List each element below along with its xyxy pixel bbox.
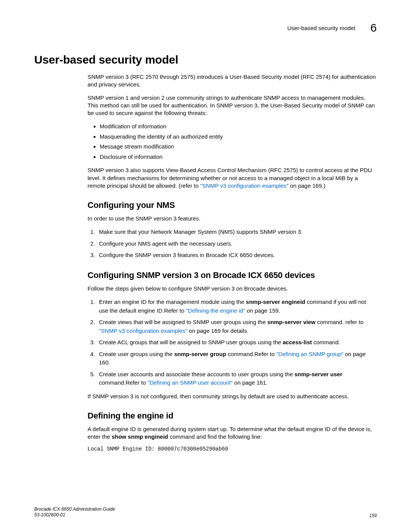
snmp3-steps: Enter an engine ID for the management mo… xyxy=(88,298,377,387)
link-defining-engine-id[interactable]: "Defining the engine id" xyxy=(186,307,245,314)
list-item: Create ACL groups that will be assigned … xyxy=(97,338,377,347)
command-text: snmp-server group xyxy=(174,351,226,357)
engine-p1: A default engine ID is generated during … xyxy=(88,425,377,441)
list-item: Configure the SNMP version 3 features in… xyxy=(97,251,377,260)
footer-doc-title: Brocade ICX 6650 Administration Guide xyxy=(34,506,115,513)
list-item: Masquerading the identity of an authoriz… xyxy=(100,133,377,141)
command-text: show snmp engineid xyxy=(112,433,168,440)
text: Create views that will be assigned to SN… xyxy=(99,319,267,325)
body-content: SNMP version 3 (RFC 2570 through 2575) i… xyxy=(88,73,377,452)
command-text: snmp-server view xyxy=(267,319,315,325)
code-block: Local SNMP Engine ID: 800007c70300e05290… xyxy=(88,446,377,452)
running-header: User-based security model 6 xyxy=(34,21,377,34)
heading-configuring-snmp3: Configuring SNMP version 3 on Brocade IC… xyxy=(88,270,377,280)
command-text: snmp-server user xyxy=(295,371,342,377)
text: Create user accounts and associate these… xyxy=(99,371,295,377)
command-text: access-list xyxy=(283,339,312,345)
list-item: Disclosure of information xyxy=(100,153,377,161)
heading-configuring-nms: Configuring your NMS xyxy=(88,200,377,210)
chapter-number: 6 xyxy=(370,21,377,34)
list-item: Create user groups using the snmp-server… xyxy=(97,350,377,367)
link-snmp-v3-examples[interactable]: "SNMP v3 configuration examples" xyxy=(99,328,187,334)
text: Enter an engine ID for the management mo… xyxy=(99,299,246,305)
link-defining-snmp-group[interactable]: "Defining an SNMP group" xyxy=(276,351,343,357)
nms-steps: Make sure that your Network Manager Syst… xyxy=(88,228,377,260)
list-item: Configure your NMS agent with the necess… xyxy=(97,240,377,248)
text: Create user groups using the xyxy=(99,351,174,357)
command-text: snmp-server engineid xyxy=(246,299,305,305)
footer-doc-number: 53-1002600-01 xyxy=(34,512,115,518)
intro-p2: SNMP version 1 and version 2 use communi… xyxy=(88,94,377,117)
list-item: Create views that will be assigned to SN… xyxy=(97,318,377,335)
page-number: 159 xyxy=(369,513,377,518)
link-snmp-v3-examples[interactable]: "SNMP v3 configuration examples" xyxy=(200,182,288,189)
text: command. refer to xyxy=(315,319,363,325)
list-item: Message stream modification xyxy=(100,142,377,151)
intro-p1: SNMP version 3 (RFC 2570 through 2575) i… xyxy=(88,73,377,89)
intro-p3: SNMP version 3 also supports View-Based … xyxy=(88,166,377,190)
snmp3-outro: If SNMP version 3 is not configured, the… xyxy=(88,393,377,400)
list-item: Enter an engine ID for the management mo… xyxy=(97,298,377,315)
list-item: Create user accounts and associate these… xyxy=(97,370,377,387)
text: command and find the following line: xyxy=(168,433,262,440)
page: User-based security model 6 User-based s… xyxy=(0,0,411,452)
running-title: User-based security model xyxy=(287,25,355,31)
heading-defining-engine-id: Defining the engine id xyxy=(88,411,377,421)
text: Create ACL groups that will be assigned … xyxy=(99,339,283,345)
list-item: Modification of information xyxy=(100,122,377,131)
link-defining-snmp-user[interactable]: "Defining an SNMP user account" xyxy=(148,379,233,386)
text: on page 159. xyxy=(245,307,280,314)
nms-intro: In order to use the SNMP version 3 featu… xyxy=(88,215,377,222)
text: on page 169.) xyxy=(288,182,325,189)
footer-left: Brocade ICX 6650 Administration Guide 53… xyxy=(34,506,115,518)
threat-list: Modification of information Masquerading… xyxy=(88,122,377,161)
text: command.Refer to xyxy=(226,351,276,357)
list-item: Make sure that your Network Manager Syst… xyxy=(97,228,377,236)
text: on page 161. xyxy=(233,379,268,386)
text: command. xyxy=(312,339,340,345)
text: on page 169 for details. xyxy=(187,328,249,334)
text: command.Refer to xyxy=(99,379,148,386)
page-footer: Brocade ICX 6650 Administration Guide 53… xyxy=(34,506,377,518)
page-title: User-based security model xyxy=(34,53,377,66)
snmp3-intro: Follow the steps given below to configur… xyxy=(88,285,377,292)
